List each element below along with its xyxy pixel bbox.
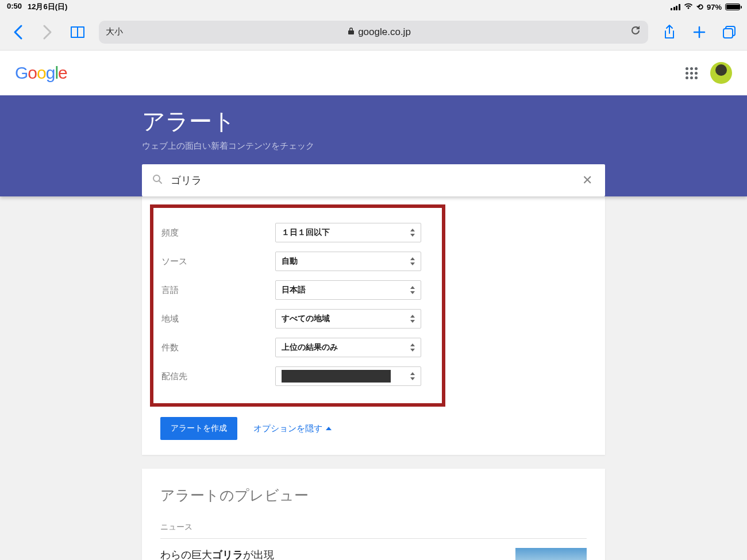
url-bar[interactable]: 大小 google.co.jp bbox=[99, 21, 648, 44]
create-alert-button[interactable]: アラートを作成 bbox=[160, 417, 237, 440]
battery-icon bbox=[725, 3, 740, 10]
option-label: 配信先 bbox=[161, 371, 275, 382]
options-card: 頻度 １日１回以下 ソース 自動 言語 日本語 地域 すべての地域 件数 上位の… bbox=[142, 196, 605, 455]
forward-button[interactable] bbox=[39, 24, 56, 41]
region-select[interactable]: すべての地域 bbox=[275, 309, 421, 329]
option-label: 言語 bbox=[161, 285, 275, 296]
back-button[interactable] bbox=[9, 24, 26, 41]
page-title: アラート bbox=[142, 106, 605, 137]
option-label: 件数 bbox=[161, 342, 275, 353]
safari-toolbar: 大小 google.co.jp bbox=[0, 14, 747, 51]
url-domain: google.co.jp bbox=[358, 26, 411, 38]
news-headline: わらの巨大ゴリラが出現 bbox=[160, 548, 274, 560]
reload-button[interactable] bbox=[630, 25, 641, 39]
status-time: 0:50 bbox=[7, 2, 22, 12]
news-thumbnail bbox=[515, 548, 587, 560]
lock-icon bbox=[348, 27, 355, 37]
ipad-status-bar: 0:50 12月6日(日) ⟲ 97% bbox=[0, 0, 747, 14]
option-row-deliver: 配信先 bbox=[161, 366, 434, 386]
preview-card: アラートのプレビュー ニュース わらの巨大ゴリラが出現 時事通信 bbox=[142, 469, 605, 560]
chevron-updown-icon bbox=[410, 343, 415, 352]
alert-query-input[interactable] bbox=[171, 175, 580, 187]
chevron-updown-icon bbox=[410, 286, 415, 294]
option-label: ソース bbox=[161, 256, 275, 267]
rotation-lock-icon: ⟲ bbox=[696, 2, 703, 11]
search-icon bbox=[152, 174, 163, 187]
language-select[interactable]: 日本語 bbox=[275, 280, 421, 300]
deliver-to-select[interactable] bbox=[275, 366, 421, 386]
option-label: 地域 bbox=[161, 314, 275, 325]
chevron-updown-icon bbox=[410, 229, 415, 237]
hide-options-link[interactable]: オプションを隠す bbox=[253, 423, 332, 434]
new-tab-button[interactable] bbox=[691, 24, 708, 41]
options-highlight-box: 頻度 １日１回以下 ソース 自動 言語 日本語 地域 すべての地域 件数 上位の… bbox=[150, 204, 445, 407]
svg-rect-1 bbox=[723, 29, 733, 38]
alert-search-box[interactable]: ✕ bbox=[142, 164, 605, 196]
news-item[interactable]: わらの巨大ゴリラが出現 時事通信 bbox=[160, 548, 587, 560]
option-row-source: ソース 自動 bbox=[161, 252, 434, 271]
triangle-up-icon bbox=[326, 427, 332, 430]
battery-percent: 97% bbox=[707, 3, 722, 11]
option-row-region: 地域 すべての地域 bbox=[161, 309, 434, 329]
page-subtitle: ウェブ上の面白い新着コンテンツをチェック bbox=[142, 141, 605, 152]
bookmarks-button[interactable] bbox=[69, 24, 86, 41]
google-header: Google bbox=[0, 51, 747, 95]
text-size-control[interactable]: 大小 bbox=[106, 26, 129, 37]
frequency-select[interactable]: １日１回以下 bbox=[275, 223, 421, 242]
clear-button[interactable]: ✕ bbox=[580, 171, 595, 190]
chevron-updown-icon bbox=[410, 315, 415, 323]
chevron-updown-icon bbox=[410, 372, 415, 380]
source-select[interactable]: 自動 bbox=[275, 252, 421, 271]
chevron-updown-icon bbox=[410, 257, 415, 265]
option-row-language: 言語 日本語 bbox=[161, 280, 434, 300]
preview-section-label: ニュース bbox=[160, 522, 587, 539]
google-apps-icon[interactable] bbox=[686, 67, 698, 79]
share-button[interactable] bbox=[661, 24, 678, 41]
status-date: 12月6日(日) bbox=[28, 2, 67, 12]
google-logo[interactable]: Google bbox=[15, 63, 67, 83]
alerts-hero: アラート ウェブ上の面白い新着コンテンツをチェック ✕ bbox=[0, 95, 747, 196]
option-row-frequency: 頻度 １日１回以下 bbox=[161, 223, 434, 242]
account-avatar[interactable] bbox=[710, 62, 732, 84]
wifi-icon bbox=[684, 3, 693, 11]
option-label: 頻度 bbox=[161, 227, 275, 238]
preview-title: アラートのプレビュー bbox=[160, 486, 587, 505]
signal-icon bbox=[671, 4, 680, 10]
option-row-count: 件数 上位の結果のみ bbox=[161, 338, 434, 357]
count-select[interactable]: 上位の結果のみ bbox=[275, 338, 421, 357]
tabs-button[interactable] bbox=[721, 24, 738, 41]
